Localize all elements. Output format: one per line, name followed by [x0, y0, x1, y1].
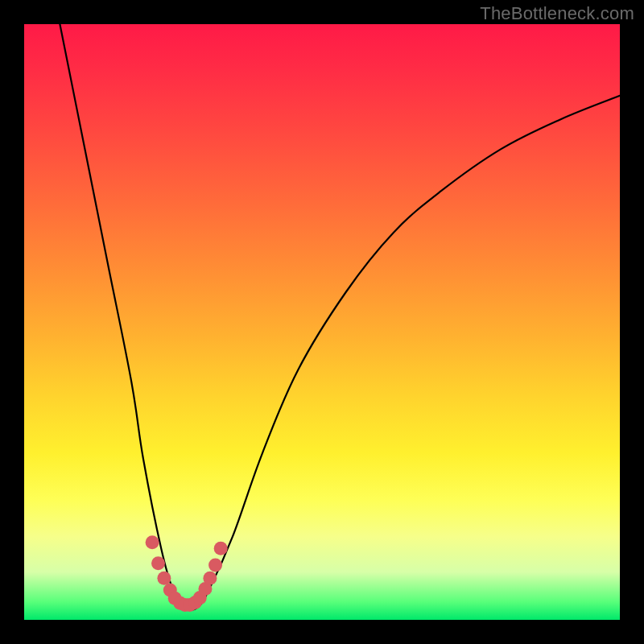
- bottom-dot-cluster: [146, 535, 228, 612]
- dot: [208, 558, 222, 572]
- chart-frame: TheBottleneck.com: [0, 0, 644, 644]
- dot: [214, 542, 228, 555]
- plot-area: [24, 24, 620, 620]
- curve-svg: [24, 24, 620, 620]
- dot: [146, 535, 159, 549]
- dot: [203, 572, 217, 585]
- dot: [151, 556, 165, 570]
- performance-curve: [60, 24, 620, 610]
- watermark-text: TheBottleneck.com: [480, 3, 634, 24]
- dot: [157, 572, 171, 585]
